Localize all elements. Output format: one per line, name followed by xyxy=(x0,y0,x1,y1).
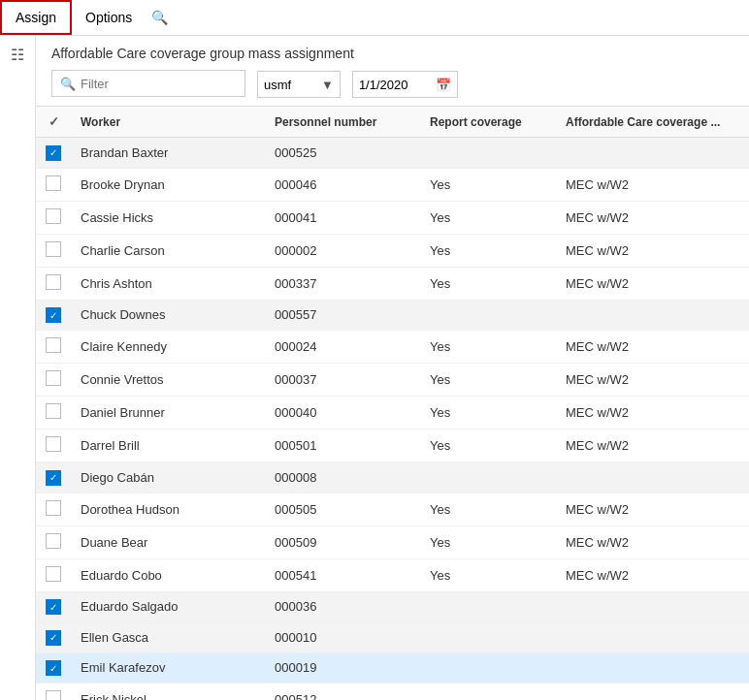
checkbox-unchecked[interactable] xyxy=(46,370,61,386)
care-coverage: MEC w/W2 xyxy=(556,168,749,201)
filter-icon[interactable]: ☷ xyxy=(11,46,24,64)
workers-table: ✓ Worker Personnel number Report coverag… xyxy=(36,107,749,700)
care-coverage: MEC w/W2 xyxy=(556,493,749,525)
report-coverage: Yes xyxy=(420,168,556,201)
care-coverage: MEC w/W2 xyxy=(556,267,749,300)
checkbox-checked[interactable]: ✓ xyxy=(46,660,61,676)
table-row[interactable]: ✓Brandan Baxter000525 xyxy=(36,138,749,169)
report-coverage: Yes xyxy=(420,267,556,300)
table-row[interactable]: Cassie Hicks000041YesMEC w/W2 xyxy=(36,201,749,234)
table-row[interactable]: ✓Emil Karafezov000019 xyxy=(36,652,749,684)
filter-input[interactable] xyxy=(81,77,237,91)
checkbox-unchecked[interactable] xyxy=(46,500,61,516)
row-checkbox-cell[interactable]: ✓ xyxy=(36,138,71,169)
row-checkbox-cell[interactable] xyxy=(36,234,71,267)
personnel-number: 000337 xyxy=(265,267,420,300)
search-icon[interactable]: 🔍 xyxy=(151,10,168,25)
table-row[interactable]: ✓Eduardo Salgado000036 xyxy=(36,591,749,622)
row-checkbox-cell[interactable]: ✓ xyxy=(36,300,71,331)
checkbox-unchecked[interactable] xyxy=(46,436,61,452)
table-row[interactable]: Brooke Drynan000046YesMEC w/W2 xyxy=(36,168,749,201)
calendar-icon[interactable]: 📅 xyxy=(436,78,451,92)
row-checkbox-cell[interactable]: ✓ xyxy=(36,591,71,622)
worker-name: Brooke Drynan xyxy=(71,168,265,201)
checkbox-checked[interactable]: ✓ xyxy=(46,630,61,646)
care-coverage: MEC w/W2 xyxy=(556,558,749,591)
report-coverage: Yes xyxy=(420,201,556,234)
checkbox-checked[interactable]: ✓ xyxy=(46,307,61,323)
row-checkbox-cell[interactable] xyxy=(36,201,71,234)
worker-name: Ellen Gasca xyxy=(71,622,265,653)
row-checkbox-cell[interactable] xyxy=(36,331,71,364)
row-checkbox-cell[interactable]: ✓ xyxy=(36,652,71,684)
care-coverage xyxy=(556,622,749,653)
checkbox-checked[interactable]: ✓ xyxy=(46,470,61,486)
table-row[interactable]: Connie Vrettos000037YesMEC w/W2 xyxy=(36,364,749,397)
table-row[interactable]: Eduardo Cobo000541YesMEC w/W2 xyxy=(36,558,749,591)
care-coverage xyxy=(556,462,749,493)
care-coverage: MEC w/W2 xyxy=(556,397,749,430)
options-button[interactable]: Options xyxy=(72,0,146,35)
report-coverage: Yes xyxy=(420,397,556,430)
report-coverage: Yes xyxy=(420,331,556,364)
care-coverage xyxy=(556,591,749,622)
report-coverage: Yes xyxy=(420,234,556,267)
table-row[interactable]: Erick Nickel000512 xyxy=(36,684,749,701)
worker-name: Eduardo Salgado xyxy=(71,591,265,622)
checkbox-unchecked[interactable] xyxy=(46,274,61,290)
table-row[interactable]: ✓Diego Cabán000008 xyxy=(36,462,749,493)
row-checkbox-cell[interactable] xyxy=(36,430,71,462)
assign-button[interactable]: Assign xyxy=(0,0,72,35)
personnel-number: 000501 xyxy=(265,430,420,462)
checkbox-unchecked[interactable] xyxy=(46,403,61,419)
table-row[interactable]: ✓Ellen Gasca000010 xyxy=(36,622,749,653)
table-row[interactable]: Dorothea Hudson000505YesMEC w/W2 xyxy=(36,493,749,525)
row-checkbox-cell[interactable] xyxy=(36,525,71,558)
checkbox-checked[interactable]: ✓ xyxy=(46,599,61,615)
worker-name: Chris Ashton xyxy=(71,267,265,300)
checkbox-unchecked[interactable] xyxy=(46,566,61,582)
table-row[interactable]: Claire Kennedy000024YesMEC w/W2 xyxy=(36,331,749,364)
table-row[interactable]: Charlie Carson000002YesMEC w/W2 xyxy=(36,234,749,267)
main-panel: Affordable Care coverage group mass assi… xyxy=(36,36,749,700)
row-checkbox-cell[interactable] xyxy=(36,493,71,525)
table-row[interactable]: Daniel Brunner000040YesMEC w/W2 xyxy=(36,397,749,430)
row-checkbox-cell[interactable] xyxy=(36,558,71,591)
personnel-number: 000010 xyxy=(265,622,420,653)
row-checkbox-cell[interactable] xyxy=(36,168,71,201)
care-coverage xyxy=(556,300,749,331)
checkbox-unchecked[interactable] xyxy=(46,175,61,191)
checkbox-unchecked[interactable] xyxy=(46,337,61,353)
personnel-number: 000040 xyxy=(265,397,420,430)
report-coverage: Yes xyxy=(420,364,556,397)
worker-name: Connie Vrettos xyxy=(71,364,265,397)
company-field-group: ▼ xyxy=(257,69,341,98)
checkbox-unchecked[interactable] xyxy=(46,241,61,257)
checkbox-unchecked[interactable] xyxy=(46,690,61,700)
date-input[interactable] xyxy=(359,78,432,92)
personnel-number: 000036 xyxy=(265,591,420,622)
table-row[interactable]: ✓Chuck Downes000557 xyxy=(36,300,749,331)
date-input-wrap: 📅 xyxy=(352,71,458,98)
table-row[interactable]: Duane Bear000509YesMEC w/W2 xyxy=(36,525,749,558)
care-coverage xyxy=(556,652,749,684)
worker-name: Chuck Downes xyxy=(71,300,265,331)
personnel-number: 000019 xyxy=(265,652,420,684)
row-checkbox-cell[interactable]: ✓ xyxy=(36,622,71,653)
row-checkbox-cell[interactable] xyxy=(36,267,71,300)
checkbox-unchecked[interactable] xyxy=(46,533,61,549)
date-field-group: 📅 xyxy=(352,69,458,98)
row-checkbox-cell[interactable] xyxy=(36,364,71,397)
row-checkbox-cell[interactable]: ✓ xyxy=(36,462,71,493)
row-checkbox-cell[interactable] xyxy=(36,397,71,430)
th-report-coverage: Report coverage xyxy=(420,107,556,138)
header-check-icon: ✓ xyxy=(49,114,59,129)
company-input[interactable] xyxy=(264,78,317,92)
checkbox-checked[interactable]: ✓ xyxy=(46,145,61,161)
table-row[interactable]: Chris Ashton000337YesMEC w/W2 xyxy=(36,267,749,300)
personnel-number: 000505 xyxy=(265,493,420,525)
company-dropdown-icon[interactable]: ▼ xyxy=(321,78,334,92)
row-checkbox-cell[interactable] xyxy=(36,684,71,701)
checkbox-unchecked[interactable] xyxy=(46,208,61,224)
table-row[interactable]: Darrel Brill000501YesMEC w/W2 xyxy=(36,430,749,462)
